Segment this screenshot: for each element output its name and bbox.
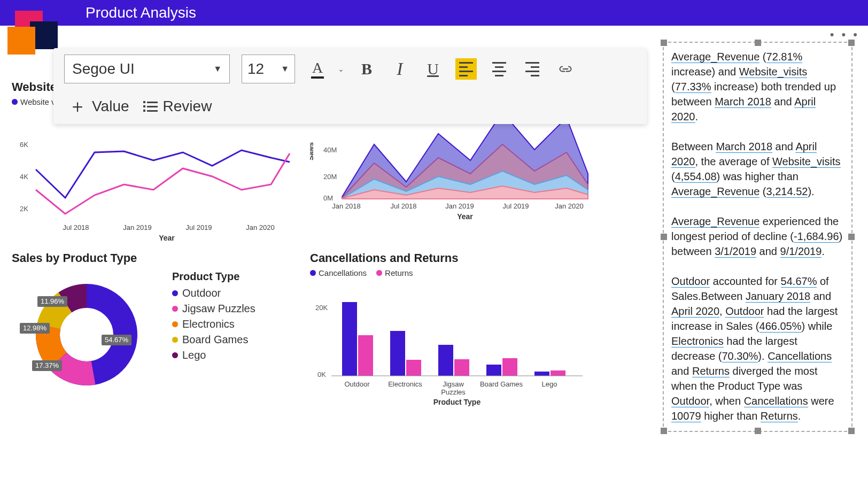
svg-rect-35	[454, 359, 469, 376]
plus-icon: ＋	[68, 94, 87, 119]
svg-text:4K: 4K	[20, 173, 28, 181]
svg-rect-38	[534, 372, 549, 376]
svg-text:Board Games: Board Games	[480, 380, 523, 388]
legend-label: Cancellations	[319, 268, 367, 277]
resize-handle[interactable]	[661, 428, 667, 434]
svg-rect-39	[551, 370, 565, 376]
svg-text:0K: 0K	[317, 370, 326, 378]
more-options-button[interactable]: • • •	[830, 28, 859, 42]
legend-item: Lego	[172, 349, 255, 361]
list-icon	[143, 101, 158, 112]
x-axis-label: Year	[457, 212, 473, 221]
font-size-select[interactable]: 12 ▼	[242, 55, 295, 83]
align-right-button[interactable]	[522, 58, 543, 80]
font-family-value: Segoe UI	[72, 60, 135, 78]
svg-text:Jan 2020: Jan 2020	[555, 202, 584, 210]
line-chart-svg: 6K 4K 2K Jul 2018 Jan 2019 Jul 2019 Jan …	[12, 110, 300, 243]
resize-handle[interactable]	[661, 40, 667, 46]
resize-handle[interactable]	[848, 234, 855, 240]
legend-title: Product Type	[172, 271, 255, 283]
legend-label: Website v	[20, 97, 56, 106]
chart-legend: Cancellations Returns	[310, 268, 604, 277]
svg-text:6K: 6K	[20, 141, 28, 149]
bar-chart-svg: 20K 0K Outdoor Electronics JigsawPuzzles…	[310, 281, 599, 414]
chart-cancel-returns[interactable]: Cancellations and Returns Cancellations …	[310, 251, 604, 414]
svg-text:Jigsaw: Jigsaw	[443, 380, 464, 388]
review-button[interactable]: Review	[143, 98, 212, 115]
font-family-select[interactable]: Segoe UI ▼	[64, 55, 230, 83]
svg-text:Jan 2019: Jan 2019	[123, 223, 152, 231]
add-value-button[interactable]: ＋ Value	[68, 94, 129, 119]
font-color-button[interactable]: A	[307, 58, 328, 80]
chart-title: Cancellations and Returns	[310, 251, 604, 265]
svg-rect-33	[406, 360, 421, 376]
donut-legend: Product Type Outdoor Jigsaw Puzzles Elec…	[172, 271, 255, 365]
svg-text:17.37%: 17.37%	[35, 361, 59, 369]
svg-text:2K: 2K	[20, 205, 28, 213]
legend-item: Website v	[12, 97, 56, 106]
legend-item: Jigsaw Puzzles	[172, 303, 255, 315]
svg-text:Jan 2020: Jan 2020	[246, 223, 275, 231]
legend-item: Returns	[376, 268, 413, 277]
x-axis-label: Year	[159, 234, 175, 242]
align-left-button[interactable]	[455, 58, 477, 80]
resize-handle[interactable]	[848, 428, 855, 434]
svg-rect-30	[342, 302, 357, 376]
svg-text:20K: 20K	[315, 304, 328, 312]
narrative-paragraph: Average_Revenue (72.81% increase) and We…	[671, 49, 844, 124]
underline-button[interactable]: U	[422, 58, 444, 80]
header-bar: Product Analysis	[0, 0, 868, 26]
chart-sales-product[interactable]: Sales by Product Type 54.67% 17.37% 12.9…	[12, 251, 306, 393]
italic-button[interactable]: I	[389, 58, 410, 80]
resize-handle[interactable]	[755, 40, 761, 46]
narrative-paragraph: Average_Revenue experienced the longest …	[671, 214, 844, 259]
svg-text:11.96%: 11.96%	[41, 297, 65, 305]
svg-text:40M: 40M	[323, 146, 337, 154]
svg-text:12.98%: 12.98%	[23, 324, 47, 332]
align-center-button[interactable]	[489, 58, 510, 80]
chevron-down-icon: ▼	[213, 64, 222, 74]
page-title: Product Analysis	[86, 4, 196, 21]
svg-text:20M: 20M	[323, 173, 337, 181]
svg-text:Lego: Lego	[542, 380, 557, 388]
legend-label: Returns	[385, 268, 413, 277]
svg-text:54.67%: 54.67%	[105, 336, 129, 344]
svg-text:Jul 2018: Jul 2018	[63, 223, 89, 231]
font-color-chevron-icon[interactable]: ⌄	[338, 65, 344, 73]
svg-rect-37	[502, 358, 517, 376]
legend-item: Electronics	[172, 318, 255, 330]
svg-rect-31	[358, 335, 373, 376]
svg-rect-32	[390, 331, 405, 376]
svg-text:0M: 0M	[323, 194, 333, 202]
donut-chart-svg: 54.67% 17.37% 12.98% 11.96%	[12, 271, 151, 393]
svg-text:Jan 2019: Jan 2019	[445, 202, 474, 210]
svg-text:Jul 2019: Jul 2019	[502, 202, 529, 210]
narrative-paragraph: Between March 2018 and April 2020, the a…	[671, 139, 844, 199]
chart-title: Sales by Product Type	[12, 251, 306, 265]
smart-narrative-textbox[interactable]: Average_Revenue (72.81% increase) and We…	[663, 42, 852, 432]
bold-button[interactable]: B	[356, 58, 377, 80]
svg-text:Sales: Sales	[310, 142, 315, 160]
svg-text:Jul 2018: Jul 2018	[390, 202, 416, 210]
toolbar-row-actions: ＋ Value Review	[64, 94, 636, 119]
legend-item: Board Games	[172, 334, 255, 346]
review-label: Review	[163, 98, 212, 115]
link-button[interactable]	[555, 58, 576, 80]
svg-text:Jul 2019: Jul 2019	[185, 223, 212, 231]
svg-text:Puzzles: Puzzles	[441, 388, 466, 396]
resize-handle[interactable]	[661, 234, 667, 240]
logo	[6, 11, 57, 55]
toolbar-row-format: Segoe UI ▼ 12 ▼ A ⌄ B I U	[64, 55, 636, 83]
resize-handle[interactable]	[848, 40, 855, 46]
narrative-paragraph: Outdoor accounted for 54.67% of Sales.Be…	[671, 274, 844, 423]
resize-handle[interactable]	[755, 428, 761, 434]
svg-text:Jan 2018: Jan 2018	[332, 202, 361, 210]
text-format-toolbar: Segoe UI ▼ 12 ▼ A ⌄ B I U ＋ Value	[53, 48, 647, 124]
svg-rect-34	[438, 345, 453, 376]
font-size-value: 12	[247, 60, 264, 78]
x-axis-label: Product Type	[433, 398, 481, 406]
value-label: Value	[92, 98, 129, 115]
svg-text:Outdoor: Outdoor	[345, 380, 370, 388]
legend-item: Outdoor	[172, 287, 255, 299]
chevron-down-icon: ▼	[281, 64, 289, 74]
